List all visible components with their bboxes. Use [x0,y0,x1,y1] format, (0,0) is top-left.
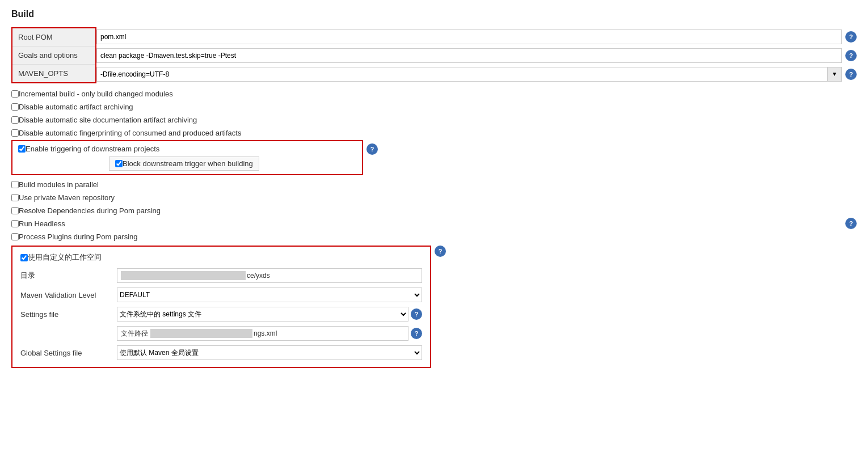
maven-opts-label: MAVEN_OPTS [12,65,95,82]
maven-opts-help-icon[interactable]: ? [845,69,857,80]
trigger-box: Enable triggering of downstream projects… [11,140,363,175]
checkbox-row-resolve-deps: Resolve Dependencies during Pom parsing … [11,205,857,216]
cb-block-label: Block downstream trigger when building [123,159,253,168]
root-pom-input[interactable] [96,29,842,44]
cb-custom-workspace[interactable] [20,254,28,261]
cb-disable-fingerprint-label: Disable automatic fingerprinting of cons… [19,129,241,137]
cb-private-maven-label: Use private Maven repository [19,193,115,202]
checkbox-row-private-maven: Use private Maven repository ? [11,192,857,203]
root-pom-help-icon[interactable]: ? [845,31,857,43]
goals-options-help-icon[interactable]: ? [845,50,857,61]
root-pom-label: Root POM [12,28,95,46]
cb-private-maven[interactable] [11,194,19,201]
maven-opts-dropdown-btn[interactable]: ▼ [827,67,842,82]
dir-suffix: ce/yxds [247,272,270,280]
build-section-title: Build [11,9,857,19]
dir-blurred [121,271,246,280]
goals-options-label: Goals and options [12,46,95,65]
checkbox-row-process-plugins: Process Plugins during Pom parsing ? [11,231,857,242]
cb-disable-site-label: Disable automatic site documentation art… [19,116,197,124]
checkbox-row-parallel: Build modules in parallel ? [11,179,857,190]
cb-disable-artifact-label: Disable automatic artifact archiving [19,103,133,111]
checkbox-row-disable-artifact: Disable automatic artifact archiving ? [11,101,857,112]
cb-resolve-deps[interactable] [11,207,19,214]
cb-trigger-label: Enable triggering of downstream projects [26,145,159,153]
dir-label: 目录 [20,270,117,281]
cb-incremental[interactable] [11,90,19,98]
cb-trigger-downstream[interactable] [18,145,26,153]
cb-disable-site[interactable] [11,116,19,124]
trigger-help-icon[interactable]: ? [366,143,378,155]
maven-validation-select[interactable]: DEFAULT [117,287,422,302]
cb-disable-artifact[interactable] [11,103,19,111]
checkbox-row-disable-site: Disable automatic site documentation art… [11,114,857,125]
cb-custom-workspace-label: 使用自定义的工作空间 [28,252,102,263]
settings-file-label: Settings file [20,310,117,319]
file-path-suffix: ngs.xml [254,329,277,337]
cb-process-plugins[interactable] [11,233,19,240]
global-settings-label: Global Settings file [20,349,117,357]
cb-block-trigger[interactable] [115,160,123,167]
cb-resolve-deps-label: Resolve Dependencies during Pom parsing [19,206,161,215]
settings-file-select[interactable]: 文件系统中的 settings 文件 [117,307,408,322]
cb-process-plugins-label: Process Plugins during Pom parsing [19,232,138,241]
cb-disable-fingerprint[interactable] [11,129,19,137]
file-path-help[interactable]: ? [411,328,422,339]
workspace-box: 使用自定义的工作空间 目录 ce/yxds Maven Validation L… [11,246,431,368]
file-path-blurred [150,329,252,338]
file-path-desc: 文件路径 [121,329,148,339]
workspace-help-icon[interactable]: ? [435,246,446,257]
settings-file-help[interactable]: ? [411,308,422,320]
maven-validation-label: Maven Validation Level [20,291,117,299]
global-settings-select[interactable]: 使用默认 Maven 全局设置 [117,345,422,360]
checkbox-row-incremental: Incremental build - only build changed m… [11,88,857,99]
build-labels-box: Root POM Goals and options MAVEN_OPTS [11,27,96,83]
cb-parallel-label: Build modules in parallel [19,180,99,189]
block-trigger-box: Block downstream trigger when building [109,157,259,171]
cb-incremental-label: Incremental build - only build changed m… [19,90,173,98]
goals-options-input[interactable] [96,48,842,63]
checkbox-row-disable-fingerprint: Disable automatic fingerprinting of cons… [11,127,857,138]
maven-opts-input[interactable] [96,67,827,82]
cb-parallel[interactable] [11,181,19,188]
checkbox-row-headless: Run Headless ? [11,218,857,229]
cb-headless[interactable] [11,220,19,227]
cb-headless-help[interactable]: ? [845,218,857,229]
cb-headless-label: Run Headless [19,219,65,228]
